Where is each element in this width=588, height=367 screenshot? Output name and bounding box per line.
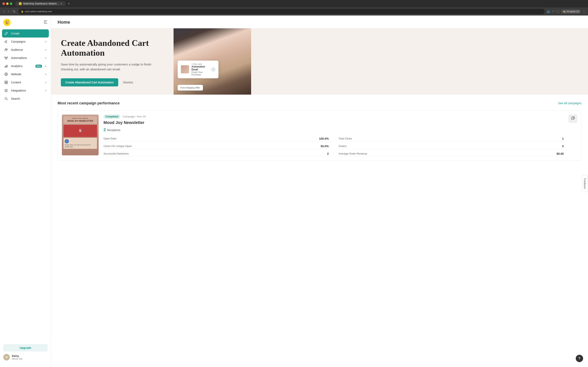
sidebar-item-audience[interactable]: Audience ∨ <box>0 46 51 54</box>
clock-icon: 🕐 <box>211 67 215 71</box>
forward-button[interactable]: › <box>7 9 10 14</box>
sidebar-item-campaigns[interactable]: Campaigns ∨ <box>0 38 51 46</box>
create-automation-button[interactable]: Create Abandoned Cart Automation <box>61 78 118 86</box>
recipients-count: 2 <box>104 127 106 132</box>
card-tag: 1 Day Later <box>191 63 209 65</box>
chevron-down-icon: ∨ <box>45 57 47 59</box>
svg-rect-16 <box>5 83 6 84</box>
card-info: 1 Day Later Automation Email Finish Your… <box>191 63 209 76</box>
campaign-meta: Completed Campaign • Nov 29 <box>104 115 564 119</box>
card-title: Automation Email <box>191 65 209 71</box>
user-info: Daisy Mood Joy <box>12 354 22 360</box>
help-button[interactable]: ? <box>576 355 583 362</box>
status-badge: Completed <box>104 115 120 119</box>
hero-content: Create Abandoned Cart Automation Save ti… <box>51 28 173 95</box>
hero-description: Save time by automatically giving your c… <box>61 62 164 72</box>
bookmark-icon[interactable]: ☆ <box>552 9 554 13</box>
browser-navigation: ‹ › ↻ 🔒 us21.admin.mailchimp.com 📺 ☆ ⬛ 🕵… <box>0 7 588 16</box>
svg-rect-12 <box>7 65 7 67</box>
section-title: Most recent campaign performance <box>58 101 120 105</box>
page-header: Home <box>51 16 588 28</box>
stat-avg-revenue: Average Order Revenue $0.00 <box>338 151 564 156</box>
svg-rect-7 <box>4 57 6 58</box>
automations-icon <box>4 56 8 60</box>
chevron-down-icon: ∨ <box>45 65 47 67</box>
dismiss-button[interactable]: Dismiss <box>123 81 133 84</box>
sidebar: 🐒 Create <box>0 16 51 367</box>
pencil-icon <box>4 31 8 35</box>
chevron-down-icon: ∨ <box>45 81 47 84</box>
minimize-window-button[interactable] <box>6 2 9 5</box>
chevron-down-icon: ∨ <box>45 40 47 43</box>
feedback-tab[interactable]: Feedback <box>582 175 588 192</box>
sidebar-item-automations[interactable]: Automations ∨ <box>0 54 51 62</box>
chevron-down-icon: ∨ <box>45 89 47 92</box>
back-button[interactable]: ‹ <box>2 9 5 14</box>
duplicate-button[interactable] <box>569 115 577 123</box>
maximize-window-button[interactable] <box>10 2 12 5</box>
sidebar-item-analytics[interactable]: Analytics New ∨ <box>0 62 51 70</box>
browser-tab[interactable]: 🐒 Mailchimp Dashboard | Mailchi... ✕ <box>16 1 65 6</box>
sidebar-item-search[interactable]: Search <box>0 95 51 103</box>
sidebar-item-content[interactable]: Content ∨ <box>0 78 51 86</box>
card-thumbnail <box>181 65 189 73</box>
campaign-thumbnail: VIEW THIS EMAIL MOOD JOY NEWSLETTER S P … <box>62 115 99 155</box>
new-tab-button[interactable]: + <box>68 2 70 6</box>
svg-rect-4 <box>44 23 47 24</box>
campaign-type: Campaign • Nov 29 <box>123 115 146 118</box>
page-title: Home <box>58 20 581 25</box>
campaign-card: VIEW THIS EMAIL MOOD JOY NEWSLETTER S P … <box>58 110 581 161</box>
sidebar-item-website[interactable]: Website ∨ <box>0 70 51 78</box>
svg-rect-15 <box>6 81 8 82</box>
tab-close-button[interactable]: ✕ <box>60 2 62 5</box>
megaphone-icon <box>4 40 8 44</box>
url-text: us21.admin.mailchimp.com <box>25 10 52 13</box>
grid-icon <box>4 80 8 84</box>
sidebar-item-integrations[interactable]: Integrations ∨ <box>0 86 51 95</box>
svg-rect-11 <box>6 66 6 67</box>
campaign-detail: Completed Campaign • Nov 29 Mood Joy New… <box>104 115 564 156</box>
mailchimp-logo[interactable]: 🐒 <box>3 19 11 26</box>
campaign-section: Most recent campaign performance See all… <box>51 95 588 167</box>
chevron-down-icon: ∨ <box>45 48 47 51</box>
user-name: Daisy <box>12 354 22 358</box>
user-org: Mood Joy <box>12 358 22 360</box>
section-header: Most recent campaign performance See all… <box>58 101 581 105</box>
hero-image: 1 Day Later Automation Email Finish Your… <box>173 28 251 95</box>
chevron-down-icon: ∨ <box>45 73 47 76</box>
incognito-icon: 🕵️ <box>563 10 566 13</box>
people-icon <box>4 48 8 52</box>
svg-rect-8 <box>7 57 8 58</box>
sidebar-toggle-button[interactable] <box>43 20 48 25</box>
svg-rect-14 <box>5 81 6 82</box>
hero-actions: Create Abandoned Cart Automation Dismiss <box>61 78 164 86</box>
chart-icon <box>4 64 8 68</box>
tab-favicon: 🐒 <box>19 2 22 5</box>
refresh-button[interactable]: ↻ <box>12 9 16 14</box>
svg-text:🐒: 🐒 <box>5 20 9 25</box>
address-bar[interactable]: 🔒 us21.admin.mailchimp.com <box>18 9 545 14</box>
browser-titlebar: 🐒 Mailchimp Dashboard | Mailchi... ✕ + <box>0 0 588 7</box>
sidebar-item-create[interactable]: Create <box>2 29 49 38</box>
screen-cast-icon: 📺 <box>547 9 550 13</box>
stats-grid: Open Rate 100.0% Total Clicks 1 Clicks P… <box>104 136 564 156</box>
free-shipping-card: Free Shipping Offer <box>178 85 203 91</box>
user-profile[interactable]: D Daisy Mood Joy <box>3 351 48 360</box>
campaign-name: Mood Joy Newsletter <box>104 120 564 125</box>
tab-title: Mailchimp Dashboard | Mailchi... <box>23 2 59 5</box>
window-controls[interactable] <box>2 2 12 5</box>
svg-rect-17 <box>6 83 8 84</box>
upgrade-button[interactable]: Upgrade <box>3 344 48 351</box>
stat-deliveries: Successful Deliveries 2 <box>104 151 329 156</box>
split-view-icon[interactable]: ⬛ <box>556 9 560 13</box>
browser-actions: 📺 ☆ ⬛ 🕵️ Incognito (2) ⋮ <box>547 9 586 13</box>
close-window-button[interactable] <box>2 2 5 5</box>
svg-point-5 <box>5 49 6 50</box>
browser-menu-button[interactable]: ⋮ <box>582 9 586 13</box>
sidebar-header: 🐒 <box>0 19 51 29</box>
stat-open-rate: Open Rate 100.0% <box>104 136 329 141</box>
svg-point-18 <box>5 98 7 100</box>
stat-clicks-per-unique: Clicks Per Unique Open 50.0% <box>104 144 329 149</box>
see-all-campaigns-link[interactable]: See all campaigns <box>558 101 581 105</box>
card-subtitle: Finish Your Purchase <box>191 71 209 76</box>
